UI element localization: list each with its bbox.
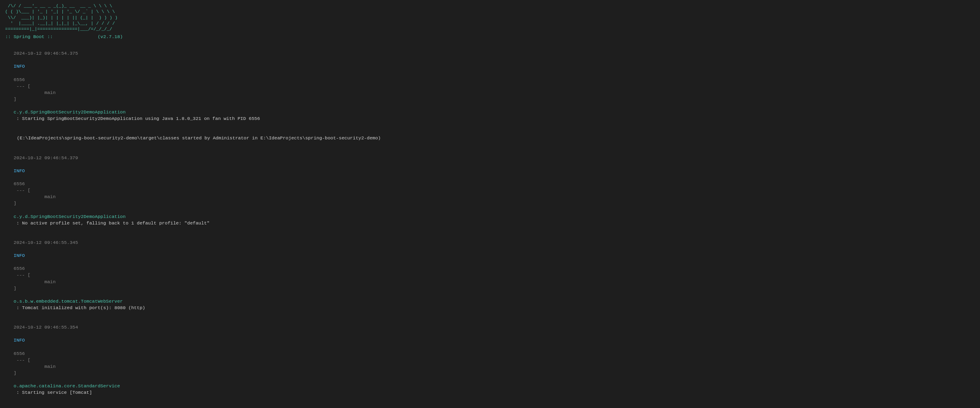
message: : Starting SpringBootSecurity2DemoApplic… — [14, 116, 260, 121]
pid: 6556 — [14, 266, 25, 271]
timestamp: 2024-10-12 09:46:55.354 — [14, 325, 78, 330]
log-line-start: 2024-10-12 09:46:54.375 INFO 6556 --- [ … — [2, 44, 978, 128]
message: : Tomcat initialized with port(s): 8080 … — [14, 305, 145, 310]
logger: o.apache.catalina.core.StandardService — [14, 383, 120, 389]
log-level: INFO — [14, 338, 25, 343]
console-output: /\/ / ___'_ __ _ _(_)_ __ __ _ \ \ \ \ (… — [0, 0, 980, 408]
thread: main — [14, 90, 56, 95]
logger: c.y.d.SpringBootSecurity2DemoApplication — [14, 109, 126, 115]
log-line-4: 2024-10-12 09:46:55.354 INFO 6556 --- [ … — [2, 318, 978, 402]
spring-version: :: Spring Boot :: (v2.7.18) — [2, 34, 978, 41]
thread: main — [14, 194, 56, 199]
message: : Starting service [Tomcat] — [14, 390, 92, 395]
logger: o.s.b.w.embedded.tomcat.TomcatWebServer — [14, 299, 123, 304]
pid: 6556 — [14, 181, 25, 186]
log-line-5: 2024-10-12 09:46:55.354 INFO 6556 --- [ … — [2, 402, 978, 408]
thread: main — [14, 279, 56, 284]
log-line-path: (E:\IdeaProjects\spring-boot-security2-d… — [2, 128, 978, 148]
timestamp: 2024-10-12 09:46:55.345 — [14, 240, 78, 245]
spring-ascii-art: /\/ / ___'_ __ _ _(_)_ __ __ _ \ \ \ \ (… — [2, 3, 978, 32]
log-line-3: 2024-10-12 09:46:55.345 INFO 6556 --- [ … — [2, 233, 978, 318]
logger: c.y.d.SpringBootSecurity2DemoApplication — [14, 214, 126, 219]
log-level: INFO — [14, 168, 25, 173]
log-level: INFO — [14, 253, 25, 258]
timestamp: 2024-10-12 09:46:54.375 — [14, 51, 78, 56]
log-level: INFO — [14, 64, 25, 69]
pid: 6556 — [14, 77, 25, 82]
pid: 6556 — [14, 351, 25, 356]
log-line-2: 2024-10-12 09:46:54.379 INFO 6556 --- [ … — [2, 148, 978, 233]
thread: main — [14, 364, 56, 369]
timestamp: 2024-10-12 09:46:54.379 — [14, 155, 78, 160]
message: : No active profile set, falling back to… — [14, 220, 210, 226]
